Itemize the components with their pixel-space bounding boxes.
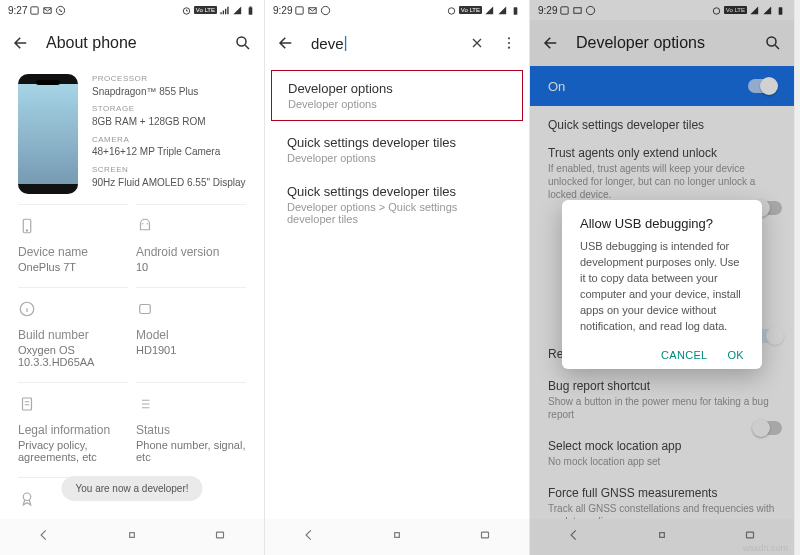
watermark: wsxdn.com <box>743 543 788 553</box>
result-title: Quick settings developer tiles <box>287 184 507 199</box>
cell-value: Oxygen OS 10.3.3.HD65AA <box>18 344 128 368</box>
dialog-actions: CANCEL OK <box>580 349 744 361</box>
svg-rect-25 <box>482 532 489 538</box>
cell-legal[interactable]: Legal information Privacy policy, agreem… <box>18 382 128 477</box>
svg-point-9 <box>147 223 149 225</box>
status-bar: 9:27 Vo LTE <box>0 0 264 20</box>
cell-value: Privacy policy, agreements, etc <box>18 439 128 463</box>
spec-value: 48+16+12 MP Triple Camera <box>92 145 246 159</box>
spec-header: PROCESSOR <box>92 74 246 85</box>
document-icon <box>18 395 36 413</box>
search-query: deve <box>311 35 344 52</box>
device-hero: PROCESSOR Snapdragon™ 855 Plus STORAGE 8… <box>0 66 264 204</box>
nav-recents-icon[interactable] <box>478 528 492 546</box>
cell-label: Android version <box>136 245 246 259</box>
cell-device-name[interactable]: Device name OnePlus 7T <box>18 204 128 287</box>
cell-label: Status <box>136 423 246 437</box>
cell-value: HD1901 <box>136 344 246 356</box>
battery-icon <box>245 5 256 16</box>
cell-label: Device name <box>18 245 128 259</box>
spec-value: Snapdragon™ 855 Plus <box>92 85 246 99</box>
signal-icon <box>484 5 495 16</box>
status-bar: 9:29 Vo LTE <box>265 0 529 20</box>
mail-icon <box>42 5 53 16</box>
screenshot-icon <box>294 5 305 16</box>
spec-header: SCREEN <box>92 165 246 176</box>
screenshot-icon <box>29 5 40 16</box>
phone-icon <box>18 217 36 235</box>
svg-point-5 <box>237 37 246 46</box>
whatsapp-icon <box>320 5 331 16</box>
svg-rect-3 <box>249 7 253 14</box>
back-icon[interactable] <box>277 34 295 52</box>
svg-point-13 <box>23 493 31 501</box>
nav-home-icon[interactable] <box>125 528 139 546</box>
search-bar: deve| <box>265 20 529 66</box>
search-icon[interactable] <box>234 34 252 52</box>
alarm-icon <box>181 5 192 16</box>
nav-bar <box>0 519 264 555</box>
volte-icon: Vo LTE <box>194 6 217 14</box>
cell-build-number[interactable]: Build number Oxygen OS 10.3.3.HD65AA <box>18 287 128 382</box>
svg-rect-14 <box>130 533 135 538</box>
search-result-developer-options[interactable]: Developer options Developer options <box>271 70 523 121</box>
screen-developer-options: 9:29 Vo LTE Developer options On Quick s… <box>530 0 795 555</box>
result-path: Developer options <box>287 152 507 164</box>
award-icon <box>18 490 36 508</box>
screen-search: 9:29 Vo LTE deve| Developer options Deve… <box>265 0 530 555</box>
screen-about-phone: 9:27 Vo LTE About phone PROCESSOR Snapdr… <box>0 0 265 555</box>
cell-label: Build number <box>18 328 128 342</box>
nav-home-icon[interactable] <box>390 528 404 546</box>
svg-rect-15 <box>217 532 224 538</box>
dialog-title: Allow USB debugging? <box>580 216 744 231</box>
svg-point-18 <box>322 6 330 14</box>
cell-value: OnePlus 7T <box>18 261 128 273</box>
svg-rect-4 <box>250 6 252 7</box>
cell-android-version[interactable]: Android version 10 <box>136 204 246 287</box>
nav-recents-icon[interactable] <box>213 528 227 546</box>
svg-point-8 <box>142 223 144 225</box>
search-input-wrap[interactable]: deve| <box>311 34 453 52</box>
search-result[interactable]: Quick settings developer tiles Developer… <box>265 174 529 235</box>
usb-debugging-dialog: Allow USB debugging? USB debugging is in… <box>562 200 762 369</box>
page-title: About phone <box>46 34 218 52</box>
cell-label: Legal information <box>18 423 128 437</box>
svg-point-21 <box>508 37 510 39</box>
overflow-icon[interactable] <box>501 35 517 51</box>
cell-status[interactable]: Status Phone number, signal, etc <box>136 382 246 477</box>
svg-point-7 <box>26 230 27 231</box>
nav-back-icon[interactable] <box>302 528 316 546</box>
result-title: Developer options <box>288 81 506 96</box>
ok-button[interactable]: OK <box>728 349 745 361</box>
signal-icon <box>219 5 230 16</box>
svg-rect-20 <box>514 7 518 14</box>
signal-icon-2 <box>232 5 243 16</box>
cancel-button[interactable]: CANCEL <box>661 349 707 361</box>
info-icon <box>18 300 36 318</box>
spec-header: CAMERA <box>92 135 246 146</box>
status-time: 9:29 <box>273 5 292 16</box>
status-time: 9:27 <box>8 5 27 16</box>
cell-value: Phone number, signal, etc <box>136 439 246 463</box>
back-icon[interactable] <box>12 34 30 52</box>
nav-bar <box>265 519 529 555</box>
nav-back-icon[interactable] <box>37 528 51 546</box>
device-image <box>18 74 78 194</box>
spec-value: 90Hz Fluid AMOLED 6.55" Display <box>92 176 246 190</box>
search-result[interactable]: Quick settings developer tiles Developer… <box>265 125 529 174</box>
result-path: Developer options > Quick settings devel… <box>287 201 507 225</box>
cell-value: 10 <box>136 261 246 273</box>
svg-point-19 <box>448 7 454 13</box>
svg-point-22 <box>508 42 510 44</box>
battery-icon <box>510 5 521 16</box>
clear-icon[interactable] <box>469 35 485 51</box>
result-path: Developer options <box>288 98 506 110</box>
android-icon <box>136 217 154 235</box>
svg-point-23 <box>508 47 510 49</box>
list-icon <box>136 395 154 413</box>
developer-toast: You are now a developer! <box>61 476 202 501</box>
svg-rect-16 <box>296 6 303 13</box>
cell-model[interactable]: Model HD1901 <box>136 287 246 382</box>
spec-header: STORAGE <box>92 104 246 115</box>
volte-icon: Vo LTE <box>459 6 482 14</box>
